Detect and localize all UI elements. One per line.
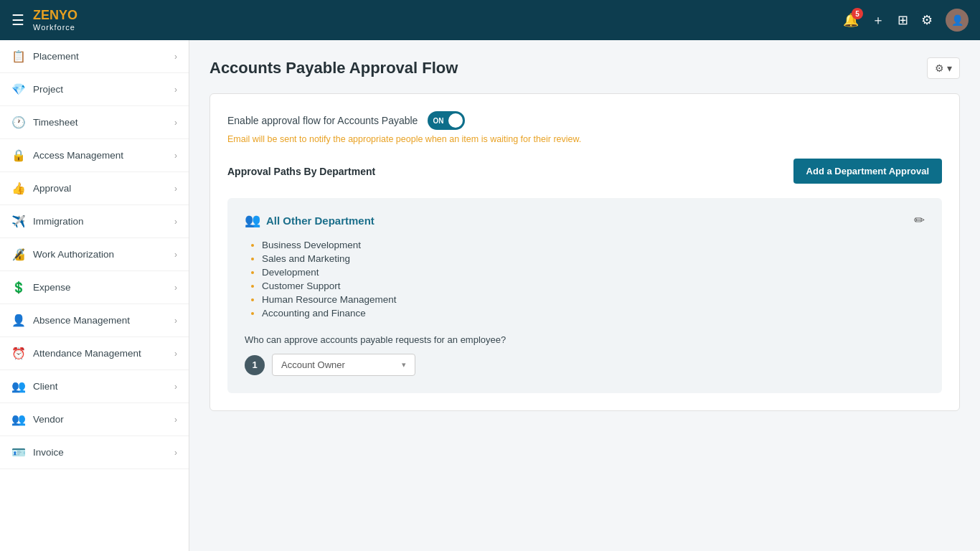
sidebar-item-client[interactable]: 👥 Client › <box>0 370 189 403</box>
sidebar-label-absence-management: Absence Management <box>33 315 130 326</box>
department-group-icon: 👥 <box>245 212 260 228</box>
sidebar-label-approval: Approval <box>33 183 71 194</box>
list-item: Accounting and Finance <box>262 306 925 320</box>
sidebar-label-client: Client <box>33 381 58 392</box>
list-item: Development <box>262 265 925 279</box>
dept-header-left: 👥 All Other Department <box>245 212 374 228</box>
approval-toggle[interactable]: ON <box>428 111 465 130</box>
sidebar-item-attendance-management[interactable]: ⏰ Attendance Management › <box>0 337 189 370</box>
notification-icon[interactable]: 🔔 5 <box>843 12 859 28</box>
approver-select[interactable]: Account Owner ▾ <box>272 354 415 376</box>
settings-gear-button[interactable]: ⚙ ▾ <box>927 57 960 79</box>
access-management-icon: 🔒 <box>11 149 26 162</box>
toggle-info-text: Email will be sent to notify the appropr… <box>227 134 942 144</box>
avatar[interactable]: 👤 <box>946 9 969 32</box>
chevron-icon: › <box>174 382 177 392</box>
dept-title: All Other Department <box>266 215 374 227</box>
toggle-label: Enable approval flow for Accounts Payabl… <box>227 115 418 126</box>
sidebar: 📋 Placement › 💎 Project › 🕐 Timesheet › … <box>0 40 189 551</box>
chevron-icon: › <box>174 283 177 293</box>
logo-zenyo: ZENYO <box>33 9 77 23</box>
layout: 📋 Placement › 💎 Project › 🕐 Timesheet › … <box>0 40 980 551</box>
sidebar-item-expense[interactable]: 💲 Expense › <box>0 271 189 304</box>
settings-icon[interactable]: ⚙ <box>921 12 933 28</box>
chevron-icon: › <box>174 316 177 326</box>
hamburger-icon[interactable]: ☰ <box>11 11 24 29</box>
expense-icon: 💲 <box>11 281 26 294</box>
placement-icon: 📋 <box>11 50 26 63</box>
sidebar-item-left: 🔏 Work Authorization <box>11 248 114 261</box>
sidebar-item-placement[interactable]: 📋 Placement › <box>0 40 189 73</box>
project-icon: 💎 <box>11 83 26 96</box>
add-department-approval-button[interactable]: Add a Department Approval <box>793 159 942 184</box>
logo-workforce: Workforce <box>33 23 77 32</box>
sidebar-item-work-authorization[interactable]: 🔏 Work Authorization › <box>0 238 189 271</box>
gear-icon: ⚙ <box>935 62 944 74</box>
list-item: Human Resource Management <box>262 293 925 306</box>
approver-select-value: Account Owner <box>281 359 345 370</box>
sidebar-item-absence-management[interactable]: 👤 Absence Management › <box>0 304 189 337</box>
sidebar-label-invoice: Invoice <box>33 447 64 458</box>
list-item: Business Development <box>262 238 925 252</box>
chevron-icon: › <box>174 448 177 458</box>
sidebar-item-left: ⏰ Attendance Management <box>11 347 141 360</box>
logo: ZENYO Workforce <box>33 9 77 32</box>
add-icon[interactable]: ＋ <box>872 11 885 29</box>
invoice-icon: 🪪 <box>11 446 26 459</box>
approval-flow-card: Enable approval flow for Accounts Payabl… <box>209 93 960 411</box>
sidebar-label-placement: Placement <box>33 51 79 62</box>
attendance-management-icon: ⏰ <box>11 347 26 360</box>
sidebar-item-left: 💎 Project <box>11 83 63 96</box>
approval-paths-header: Approval Paths By Department Add a Depar… <box>227 159 942 184</box>
sidebar-label-vendor: Vendor <box>33 414 64 425</box>
chevron-down-icon: ▾ <box>402 360 406 369</box>
sidebar-item-left: 🔒 Access Management <box>11 149 123 162</box>
approver-row: 1 Account Owner ▾ <box>245 354 925 376</box>
sidebar-label-access-management: Access Management <box>33 150 123 161</box>
sidebar-item-left: ✈️ Immigration <box>11 215 84 228</box>
department-card: 👥 All Other Department ✏ Business Develo… <box>227 198 942 393</box>
sidebar-item-approval[interactable]: 👍 Approval › <box>0 172 189 205</box>
sidebar-label-immigration: Immigration <box>33 216 84 227</box>
department-list: Business DevelopmentSales and MarketingD… <box>245 238 925 320</box>
sidebar-label-expense: Expense <box>33 282 71 293</box>
chevron-icon: › <box>174 415 177 425</box>
client-icon: 👥 <box>11 380 26 393</box>
approval-icon: 👍 <box>11 182 26 195</box>
sidebar-label-project: Project <box>33 84 63 95</box>
timesheet-icon: 🕐 <box>11 116 26 129</box>
list-item: Sales and Marketing <box>262 252 925 265</box>
grid-icon[interactable]: ⊞ <box>897 12 908 28</box>
sidebar-item-vendor[interactable]: 👥 Vendor › <box>0 403 189 436</box>
chevron-down-icon: ▾ <box>947 62 952 74</box>
sidebar-item-project[interactable]: 💎 Project › <box>0 73 189 106</box>
sidebar-item-access-management[interactable]: 🔒 Access Management › <box>0 139 189 172</box>
chevron-icon: › <box>174 85 177 95</box>
chevron-icon: › <box>174 250 177 260</box>
topnav-right: 🔔 5 ＋ ⊞ ⚙ 👤 <box>843 9 969 32</box>
approval-paths-title: Approval Paths By Department <box>227 166 375 177</box>
sidebar-item-left: 🕐 Timesheet <box>11 116 78 129</box>
immigration-icon: ✈️ <box>11 215 26 228</box>
edit-pencil-icon[interactable]: ✏ <box>914 212 925 228</box>
sidebar-label-attendance-management: Attendance Management <box>33 348 141 359</box>
sidebar-item-left: 👤 Absence Management <box>11 314 130 327</box>
sidebar-item-left: 📋 Placement <box>11 50 79 63</box>
page-title: Accounts Payable Approval Flow <box>209 59 458 77</box>
sidebar-item-invoice[interactable]: 🪪 Invoice › <box>0 436 189 469</box>
main-content: Accounts Payable Approval Flow ⚙ ▾ Enabl… <box>189 40 980 551</box>
sidebar-item-left: 👥 Client <box>11 380 58 393</box>
chevron-icon: › <box>174 184 177 194</box>
step-badge: 1 <box>245 355 265 375</box>
toggle-on-text: ON <box>433 117 443 125</box>
topnav-left: ☰ ZENYO Workforce <box>11 9 77 32</box>
chevron-icon: › <box>174 349 177 359</box>
chevron-icon: › <box>174 52 177 62</box>
sidebar-item-immigration[interactable]: ✈️ Immigration › <box>0 205 189 238</box>
sidebar-item-timesheet[interactable]: 🕐 Timesheet › <box>0 106 189 139</box>
top-navigation: ☰ ZENYO Workforce 🔔 5 ＋ ⊞ ⚙ 👤 <box>0 0 980 40</box>
dept-header: 👥 All Other Department ✏ <box>245 212 925 228</box>
sidebar-item-left: 💲 Expense <box>11 281 71 294</box>
approver-question: Who can approve accounts payable request… <box>245 334 925 345</box>
chevron-icon: › <box>174 217 177 227</box>
